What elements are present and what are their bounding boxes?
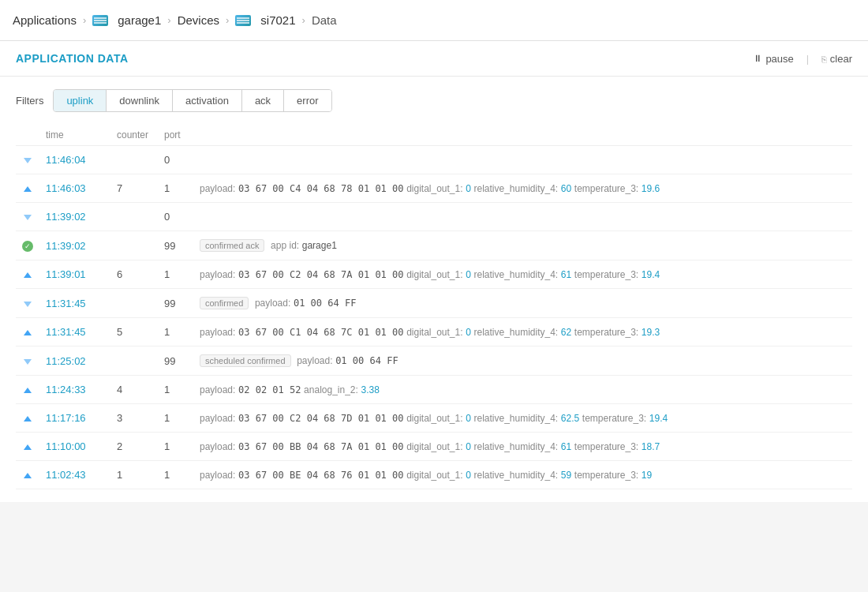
- payload-label: payload:: [200, 327, 235, 338]
- table-row[interactable]: 11:17:16 3 1 payload: 03 67 00 C2 04 68 …: [16, 404, 852, 433]
- data-table: time counter port 11:46:04 0 11:46:03 7 …: [16, 125, 852, 489]
- table-row[interactable]: 11:25:02 99 scheduled confirmed payload:…: [16, 347, 852, 376]
- data-cell: payload: 02 02 01 52 analog_in_2: 3.38: [193, 376, 852, 404]
- payload-label: payload:: [200, 470, 235, 481]
- counter-cell: [110, 231, 158, 260]
- table-row[interactable]: 11:39:02 0: [16, 203, 852, 231]
- field-label: digital_out_1:: [406, 183, 462, 194]
- data-cell: payload: 03 67 00 BB 04 68 7A 01 01 00 d…: [193, 433, 852, 461]
- table-row[interactable]: 11:46:04 0: [16, 146, 852, 174]
- breadcrumb-garage1[interactable]: garage1: [118, 13, 161, 27]
- app-data-header: APPLICATION DATA ⏸ pause | ⎘ clear: [0, 41, 868, 77]
- time-value: 11:46:04: [46, 154, 86, 166]
- table-row[interactable]: 11:31:45 99 confirmed payload: 01 00 64 …: [16, 289, 852, 318]
- counter-cell: [110, 289, 158, 318]
- table-row[interactable]: 11:31:45 5 1 payload: 03 67 00 C1 04 68 …: [16, 318, 852, 347]
- time-cell: 11:46:03: [39, 174, 110, 203]
- counter-cell: [110, 347, 158, 376]
- field-label: temperature_3:: [574, 183, 638, 194]
- icon-cell: [16, 174, 39, 203]
- breadcrumb-applications[interactable]: Applications: [13, 13, 77, 27]
- data-cell: payload: 03 67 00 C1 04 68 7C 01 01 00 d…: [193, 318, 852, 347]
- field-value: 19.4: [649, 413, 668, 424]
- check-icon: ✓: [22, 241, 33, 252]
- port-cell: 1: [158, 404, 193, 433]
- field-label: relative_humidity_4:: [473, 269, 558, 280]
- filter-tab-uplink[interactable]: uplink: [54, 90, 107, 111]
- icon-cell: [16, 260, 39, 289]
- icon-cell: [16, 404, 39, 433]
- data-cell: [193, 146, 852, 174]
- arrow-up-icon: [24, 416, 32, 422]
- table-row[interactable]: 11:39:01 6 1 payload: 03 67 00 C2 04 68 …: [16, 260, 852, 289]
- field-value: 62.5: [561, 413, 579, 424]
- table-row[interactable]: 11:10:00 2 1 payload: 03 67 00 BB 04 68 …: [16, 433, 852, 461]
- time-cell: 11:02:43: [39, 461, 110, 489]
- time-cell: 11:17:16: [39, 404, 110, 433]
- data-cell: confirmed ack app id: garage1: [193, 231, 852, 260]
- time-cell: 11:31:45: [39, 318, 110, 347]
- field-value: 62: [561, 327, 571, 338]
- payload-label: payload:: [200, 183, 235, 194]
- breadcrumb-sep-1: ›: [83, 14, 86, 26]
- payload-value: 01 00 64 FF: [335, 355, 398, 366]
- counter-cell: [110, 203, 158, 231]
- pause-label: pause: [765, 53, 793, 65]
- time-cell: 11:39:02: [39, 231, 110, 260]
- port-cell: 1: [158, 433, 193, 461]
- time-value: 11:24:33: [46, 384, 86, 395]
- filters-label: Filters: [16, 95, 43, 107]
- time-cell: 11:24:33: [39, 376, 110, 404]
- arrow-down-icon: [24, 359, 32, 365]
- field-value: 0: [466, 413, 471, 424]
- arrow-up-icon: [24, 388, 32, 393]
- filter-tab-ack[interactable]: ack: [242, 90, 284, 111]
- field-value: 19.6: [642, 183, 660, 194]
- payload-value: 03 67 00 C2 04 68 7D 01 01 00: [238, 413, 404, 424]
- breadcrumb-sep-3: ›: [226, 14, 229, 26]
- field-value: 19.4: [642, 269, 660, 280]
- main-content: APPLICATION DATA ⏸ pause | ⎘ clear Filte…: [0, 41, 868, 502]
- col-counter: counter: [110, 125, 158, 146]
- counter-cell: [110, 146, 158, 174]
- arrow-up-icon: [24, 272, 32, 278]
- table-row[interactable]: 11:24:33 4 1 payload: 02 02 01 52 analog…: [16, 376, 852, 404]
- time-value: 11:02:43: [46, 469, 86, 481]
- clear-button[interactable]: ⎘ clear: [821, 53, 852, 65]
- field-value: 60: [561, 183, 571, 194]
- counter-cell: 4: [110, 376, 158, 404]
- payload-value: 03 67 00 C1 04 68 7C 01 01 00: [238, 327, 404, 338]
- field-label: relative_humidity_4:: [473, 413, 558, 424]
- icon-cell: [16, 146, 39, 174]
- port-cell: 99: [158, 347, 193, 376]
- time-value: 11:25:02: [46, 355, 86, 367]
- filter-tab-error[interactable]: error: [284, 90, 331, 111]
- pause-icon: ⏸: [753, 53, 762, 64]
- payload-value: 01 00 64 FF: [294, 298, 356, 309]
- data-cell: payload: 03 67 00 C4 04 68 78 01 01 00 d…: [193, 174, 852, 203]
- table-row[interactable]: 11:46:03 7 1 payload: 03 67 00 C4 04 68 …: [16, 174, 852, 203]
- time-value: 11:39:02: [46, 240, 86, 252]
- breadcrumb-si7021[interactable]: si7021: [260, 13, 295, 27]
- field-label: temperature_3:: [574, 470, 638, 481]
- field-label: temperature_3:: [574, 441, 638, 452]
- field-value: 0: [466, 183, 471, 194]
- time-cell: 11:39:02: [39, 203, 110, 231]
- filter-tab-downlink[interactable]: downlink: [107, 90, 173, 111]
- field-value: 0: [466, 327, 471, 338]
- breadcrumb-devices[interactable]: Devices: [178, 13, 219, 27]
- field-value: 19.3: [642, 327, 660, 338]
- table-row[interactable]: ✓ 11:39:02 99 confirmed ack app id: gara…: [16, 231, 852, 260]
- arrow-down-icon: [24, 302, 32, 307]
- field-value: 61: [561, 269, 571, 280]
- filter-tab-activation[interactable]: activation: [173, 90, 242, 111]
- breadcrumb-sep-2: ›: [167, 14, 170, 26]
- table-row[interactable]: 11:02:43 1 1 payload: 03 67 00 BE 04 68 …: [16, 461, 852, 489]
- data-cell: scheduled confirmed payload: 01 00 64 FF: [193, 347, 852, 376]
- pause-button[interactable]: ⏸ pause: [753, 53, 793, 65]
- port-cell: 1: [158, 318, 193, 347]
- field-label: digital_out_1:: [406, 413, 462, 424]
- port-cell: 99: [158, 231, 193, 260]
- time-value: 11:17:16: [46, 412, 86, 424]
- filter-tabs: uplink downlink activation ack error: [53, 89, 331, 112]
